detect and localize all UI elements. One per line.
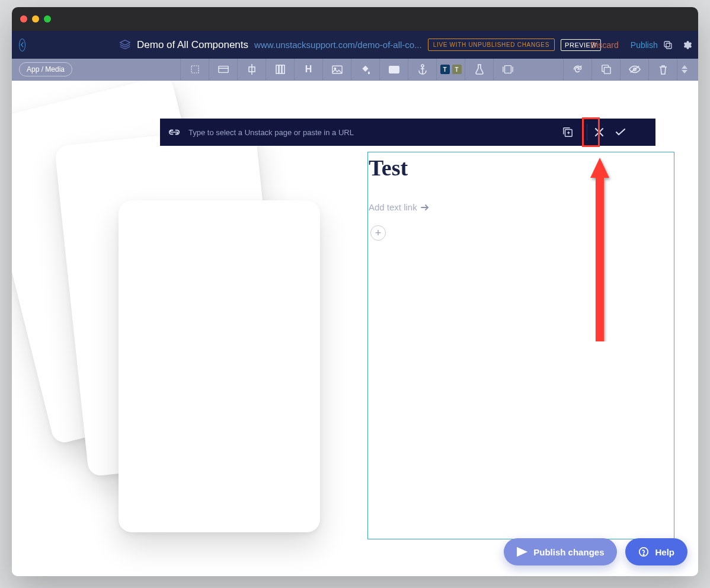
page-url[interactable]: www.unstacksupport.com/demo-of-all-co... [254,40,422,50]
reorder-arrows[interactable] [677,59,691,81]
content-pane[interactable]: Test Add text link + [367,152,674,539]
help-label: Help [655,547,674,557]
svg-rect-7 [276,65,279,74]
box-tool[interactable] [379,59,408,81]
back-button[interactable] [19,39,25,52]
editor-toolbar: App / Media H TT [12,59,698,81]
link-input-bar [160,119,655,146]
app-window: Demo of All Components www.unstacksuppor… [12,7,698,576]
mac-titlebar [12,7,698,31]
link-url-input[interactable] [188,128,551,137]
pane-heading[interactable]: Test [369,155,674,181]
open-new-tab-icon[interactable] [559,124,576,140]
svg-rect-12 [389,66,399,74]
align-tool[interactable] [237,59,266,81]
svg-rect-2 [191,66,199,73]
publish-changes-button[interactable]: Publish changes [504,538,617,565]
close-window-button[interactable] [20,15,27,23]
send-icon [517,547,527,557]
crop-tool[interactable] [180,59,209,81]
image-tool[interactable] [322,59,351,81]
device-tool[interactable] [493,59,522,81]
publish-changes-label: Publish changes [533,547,604,557]
section-tool[interactable] [209,59,237,81]
link-icon [168,129,180,136]
add-text-link-label: Add text link [369,202,417,212]
svg-rect-0 [666,43,671,49]
add-text-link[interactable]: Add text link [369,202,674,212]
gear-icon[interactable] [682,40,692,50]
help-button[interactable]: Help [625,538,687,565]
close-icon[interactable] [587,124,604,140]
help-icon [638,547,649,557]
svg-rect-9 [282,65,284,74]
editor-canvas: Test Add text link + Publish changes [12,81,698,576]
svg-rect-8 [279,65,282,74]
card-item[interactable] [119,200,320,532]
top-menubar: Demo of All Components www.unstacksuppor… [12,31,698,59]
svg-point-13 [421,65,424,67]
add-block-button[interactable]: + [370,225,386,241]
page-title: Demo of All Components [137,39,248,51]
discard-link[interactable]: Discard [590,40,618,50]
confirm-icon[interactable] [612,124,629,140]
lab-tool[interactable] [465,59,493,81]
svg-rect-20 [604,67,610,74]
fill-tool[interactable] [351,59,379,81]
card-stack [12,94,362,576]
svg-point-30 [644,554,644,555]
publish-link[interactable]: Publish [631,40,658,50]
refresh-tool[interactable] [563,59,591,81]
duplicate-tool[interactable] [591,59,620,81]
anchor-tool[interactable] [408,59,436,81]
columns-tool[interactable] [266,59,294,81]
app-media-pill[interactable]: App / Media [19,62,72,76]
live-status-badge: LIVE WITH UNPUBLISHED CHANGES [428,39,555,51]
minimize-window-button[interactable] [32,15,39,23]
zoom-window-button[interactable] [44,15,51,23]
floating-actions: Publish changes Help [504,538,687,565]
arrow-right-icon [421,204,429,211]
traffic-lights [20,15,51,23]
copy-icon[interactable] [663,40,673,50]
svg-rect-17 [504,66,511,74]
delete-tool[interactable] [648,59,677,81]
visibility-tool[interactable] [620,59,648,81]
svg-rect-1 [664,41,670,47]
svg-rect-3 [218,66,228,73]
stack-icon [119,39,131,51]
text-style-toggle[interactable]: TT [436,59,465,81]
heading-tool[interactable]: H [294,59,322,81]
